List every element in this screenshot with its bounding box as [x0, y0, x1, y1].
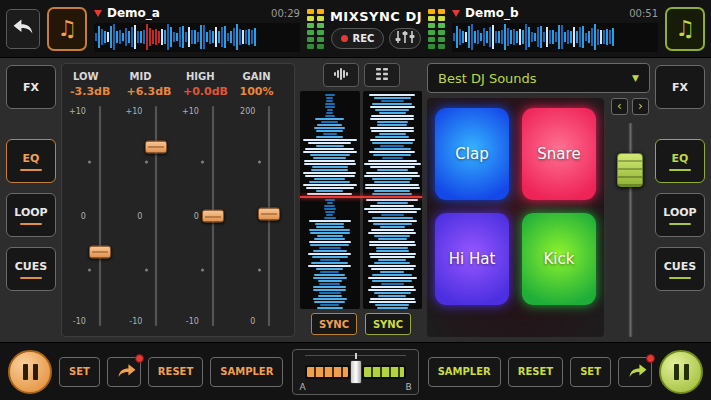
- scale-bottom: 0: [237, 317, 256, 326]
- slider-track: [155, 106, 158, 326]
- deck-b-library-button[interactable]: ♫: [665, 7, 705, 51]
- pad-hihat[interactable]: Hi Hat: [435, 213, 509, 305]
- scale-top: +10: [124, 106, 143, 115]
- channel-value: +0.0dB: [180, 85, 233, 98]
- mixer-channel-gain: GAIN 100% 200 0: [235, 71, 292, 328]
- low-slider-handle[interactable]: [89, 245, 111, 258]
- cues-underline: [669, 277, 691, 279]
- pad-snare[interactable]: Snare: [522, 108, 596, 200]
- channel-label: HIGH: [180, 71, 233, 82]
- crossfader-a-segment: [307, 367, 347, 377]
- cues-underline: [20, 277, 42, 279]
- mid-slider-handle[interactable]: [145, 140, 167, 153]
- deck-b-reset-button[interactable]: RESET: [508, 357, 563, 387]
- sampler-volume-slider[interactable]: [628, 123, 633, 337]
- set-label: SET: [69, 366, 90, 377]
- volume-handle[interactable]: [617, 153, 643, 187]
- pad-kick[interactable]: Kick: [522, 213, 596, 305]
- deck-b-cue-marker: [452, 10, 460, 17]
- loop-underline: [20, 223, 42, 225]
- deck-b-set-button[interactable]: SET: [570, 357, 611, 387]
- next-page-button[interactable]: ›: [632, 98, 649, 115]
- sample-pack-dropdown[interactable]: Best DJ Sounds ▼: [427, 63, 650, 93]
- mixer-settings-button[interactable]: [389, 28, 421, 49]
- deck-a-fx-button[interactable]: FX: [6, 65, 56, 109]
- pause-icon: [23, 364, 28, 380]
- deck-a-reset-button[interactable]: RESET: [148, 357, 203, 387]
- deck-a-vertical-waveform[interactable]: [300, 91, 360, 309]
- scale-tick: [258, 161, 261, 164]
- reset-label: RESET: [518, 366, 553, 377]
- sample-pack-name: Best DJ Sounds: [438, 71, 537, 86]
- deck-a-set-button[interactable]: SET: [59, 357, 100, 387]
- deck-a-sampler-button[interactable]: SAMPLER: [210, 357, 283, 387]
- eq-label: EQ: [672, 152, 689, 165]
- deck-a-cue-marker: [94, 10, 102, 17]
- pad-clap[interactable]: Clap: [435, 108, 509, 200]
- gain-slider-handle[interactable]: [258, 207, 280, 220]
- eq-underline: [20, 169, 42, 171]
- scrolling-waveforms-panel: SYNC SYNC: [300, 63, 422, 337]
- waveform-view-button[interactable]: [323, 63, 359, 87]
- deck-a-waveform[interactable]: [94, 23, 300, 52]
- scale-mid: 0: [180, 212, 199, 221]
- pad-label: Kick: [544, 250, 575, 268]
- grid-view-button[interactable]: [364, 63, 400, 87]
- deck-b-loop-button[interactable]: LOOP: [655, 193, 705, 237]
- set-label: SET: [580, 366, 601, 377]
- deck-b-fx-button[interactable]: FX: [655, 65, 705, 109]
- grid-icon: [374, 66, 390, 85]
- low-slider[interactable]: +10 0 -10: [67, 104, 120, 328]
- eq-label: EQ: [23, 152, 40, 165]
- sample-pads-grid: Clap Snare Hi Hat Kick: [427, 98, 604, 337]
- dj-app: ♫ Demo_a 00:29 MIXSYNC DJ REC: [0, 0, 711, 400]
- music-note-icon: ♫: [57, 16, 77, 41]
- deck-a-cues-button[interactable]: CUES: [6, 247, 56, 291]
- eq-underline: [669, 169, 691, 171]
- deck-b-sync-button[interactable]: SYNC: [365, 313, 411, 335]
- chevron-down-icon: ▼: [632, 73, 639, 83]
- deck-b-cues-button[interactable]: CUES: [655, 247, 705, 291]
- sampler-label: SAMPLER: [438, 366, 491, 377]
- deck-a-share-button[interactable]: [107, 357, 141, 387]
- mid-slider[interactable]: +10 0 -10: [124, 104, 177, 328]
- deck-a-sidebar: FX EQ LOOP CUES: [6, 63, 56, 337]
- deck-a-loop-button[interactable]: LOOP: [6, 193, 56, 237]
- scale-tick: [145, 268, 148, 271]
- prev-page-button[interactable]: ‹: [611, 98, 628, 115]
- scale-tick: [258, 268, 261, 271]
- master-cluster: MIXSYNC DJ REC: [307, 9, 445, 49]
- rec-label: REC: [353, 33, 375, 44]
- back-button[interactable]: [6, 9, 40, 49]
- deck-b-share-button[interactable]: [618, 357, 652, 387]
- deck-b-time: 00:51: [629, 8, 658, 19]
- pause-icon: [33, 364, 38, 380]
- high-slider-handle[interactable]: [202, 210, 224, 223]
- pause-icon: [674, 364, 679, 380]
- notification-dot: [135, 354, 144, 363]
- deck-b-vertical-waveform[interactable]: [363, 91, 423, 309]
- transport-bar: SET RESET SAMPLER A B SAMPLER: [0, 342, 711, 400]
- high-slider[interactable]: +10 0 -10: [180, 104, 233, 328]
- sliders-icon: [394, 29, 416, 48]
- deck-a-library-button[interactable]: ♫: [47, 7, 87, 51]
- deck-b-play-pause-button[interactable]: [659, 350, 703, 394]
- crossfader-handle[interactable]: [350, 360, 362, 384]
- top-bar: ♫ Demo_a 00:29 MIXSYNC DJ REC: [0, 0, 711, 58]
- crossfader[interactable]: A B: [292, 349, 418, 395]
- deck-a-play-pause-button[interactable]: [8, 350, 52, 394]
- deck-a-sync-button[interactable]: SYNC: [311, 313, 357, 335]
- scale-tick: [88, 268, 91, 271]
- back-arrow-icon: [12, 17, 34, 40]
- deck-b-eq-button[interactable]: EQ: [655, 139, 705, 183]
- crossfader-track[interactable]: [305, 365, 405, 379]
- deck-b-sampler-button[interactable]: SAMPLER: [428, 357, 501, 387]
- record-button[interactable]: REC: [331, 28, 385, 49]
- sync-label: SYNC: [319, 319, 349, 330]
- channel-label: MID: [124, 71, 177, 82]
- scale-bottom: -10: [124, 317, 143, 326]
- deck-b-waveform[interactable]: [452, 23, 658, 52]
- deck-a-eq-button[interactable]: EQ: [6, 139, 56, 183]
- share-arrow-icon: [628, 362, 648, 381]
- gain-slider[interactable]: 200 0: [237, 104, 290, 328]
